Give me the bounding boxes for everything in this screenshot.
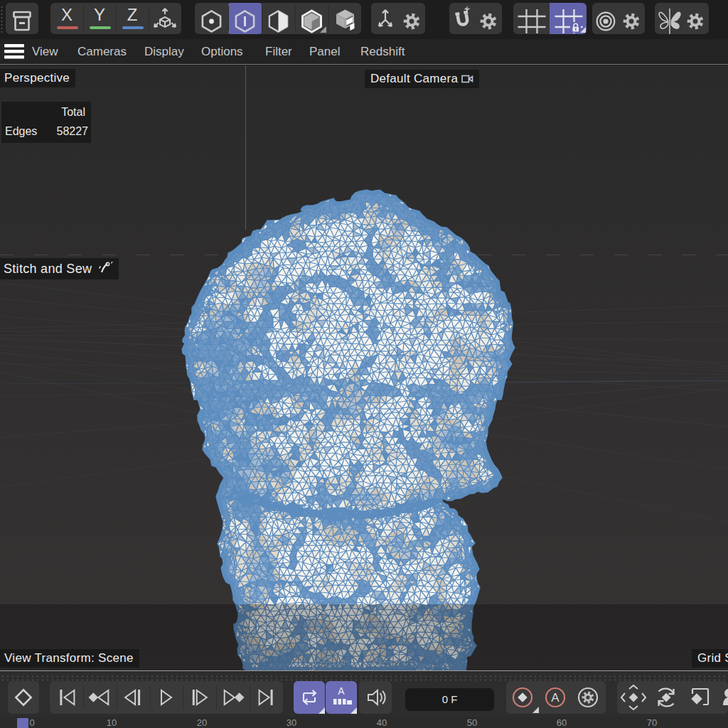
svg-text:A: A <box>338 685 345 697</box>
svg-text:A: A <box>551 691 560 705</box>
